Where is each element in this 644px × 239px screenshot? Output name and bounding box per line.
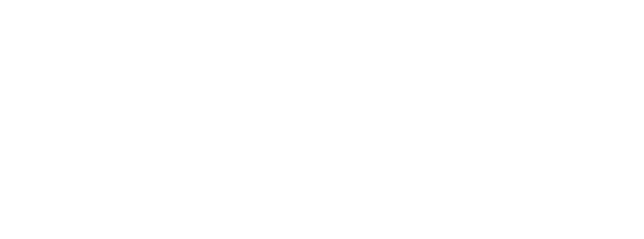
insertion-chart — [0, 0, 644, 239]
chart-svg — [0, 0, 644, 239]
